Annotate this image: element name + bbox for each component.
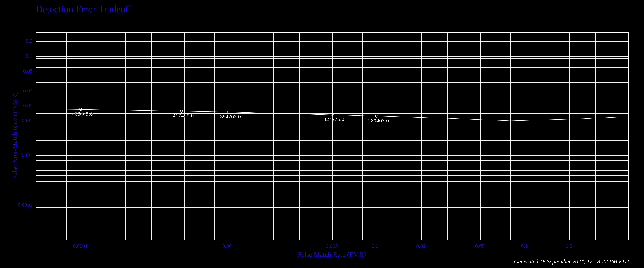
grid-line-horizontal bbox=[36, 190, 628, 191]
grid-line-vertical bbox=[74, 32, 74, 240]
grid-line-horizontal bbox=[36, 160, 628, 161]
grid-line-horizontal bbox=[36, 225, 628, 225]
grid-line-horizontal bbox=[36, 175, 628, 176]
grid-line-vertical bbox=[273, 32, 274, 240]
grid-line-horizontal bbox=[36, 231, 628, 231]
grid-line-horizontal bbox=[36, 126, 628, 126]
data-point-label: 280403.0 bbox=[368, 118, 389, 124]
x-tick-label: 0.2 bbox=[566, 243, 572, 249]
grid-line-horizontal bbox=[36, 216, 628, 216]
grid-line-vertical bbox=[595, 32, 596, 240]
grid-line-vertical bbox=[81, 32, 81, 240]
grid-line-horizontal bbox=[36, 140, 628, 141]
x-tick-label: 0.02 bbox=[416, 243, 426, 249]
y-tick-label: 0.1 bbox=[26, 53, 33, 59]
grid-line-vertical bbox=[66, 32, 67, 240]
x-axis-label: False Match Rate (FMR) bbox=[298, 251, 366, 258]
grid-line-horizontal bbox=[36, 158, 628, 158]
grid-line-vertical bbox=[318, 32, 318, 240]
y-tick-label: 0.001 bbox=[20, 152, 33, 158]
grid-line-vertical bbox=[362, 32, 363, 240]
grid-line-horizontal bbox=[36, 170, 628, 171]
data-point bbox=[79, 108, 82, 111]
data-point bbox=[331, 113, 334, 116]
y-tick-label: 0.02 bbox=[23, 88, 33, 94]
data-point bbox=[375, 115, 378, 118]
y-tick-label: 0.0001 bbox=[18, 202, 33, 208]
x-tick-label: 0.01 bbox=[372, 243, 381, 249]
grid-line-horizontal bbox=[36, 67, 628, 67]
grid-line-vertical bbox=[332, 32, 332, 240]
grid-line-vertical bbox=[214, 32, 215, 240]
grid-line-vertical bbox=[377, 32, 377, 240]
grid-line-horizontal bbox=[36, 205, 628, 206]
grid-line-vertical bbox=[421, 32, 422, 240]
y-tick-label: 0.005 bbox=[20, 117, 33, 123]
grid-line-horizontal bbox=[36, 82, 628, 82]
y-tick-label: 0.05 bbox=[23, 68, 33, 74]
grid-line-horizontal bbox=[36, 210, 628, 210]
chart-title: Detection Error Tradeoff bbox=[36, 3, 132, 15]
grid-line-vertical bbox=[614, 32, 614, 240]
grid-line-horizontal bbox=[36, 163, 628, 164]
grid-line-horizontal bbox=[36, 58, 628, 59]
grid-line-horizontal bbox=[36, 208, 628, 208]
grid-line-vertical bbox=[229, 32, 229, 240]
grid-line-vertical bbox=[151, 32, 152, 240]
grid-line-vertical bbox=[628, 32, 628, 240]
grid-line-horizontal bbox=[36, 56, 628, 57]
x-tick-label: 0.1 bbox=[521, 243, 528, 249]
data-point-label: 417429.0 bbox=[173, 113, 194, 119]
grid-line-horizontal bbox=[36, 240, 628, 240]
grid-line-vertical bbox=[525, 32, 525, 240]
y-tick-label: 0.01 bbox=[23, 102, 33, 108]
grid-line-vertical bbox=[480, 32, 481, 240]
grid-line-horizontal bbox=[36, 213, 628, 213]
data-point-label: 394263.0 bbox=[220, 113, 241, 120]
grid-line-vertical bbox=[502, 32, 502, 240]
grid-line-horizontal bbox=[36, 71, 628, 71]
grid-line-horizontal bbox=[36, 108, 628, 108]
grid-line-vertical bbox=[570, 32, 570, 240]
grid-line-horizontal bbox=[36, 167, 628, 167]
grid-line-horizontal bbox=[36, 64, 628, 64]
data-point bbox=[227, 111, 230, 113]
x-tick-label: 0.005 bbox=[326, 243, 338, 249]
grid-line-vertical bbox=[48, 32, 48, 240]
grid-line-horizontal bbox=[36, 41, 628, 42]
grid-line-vertical bbox=[299, 32, 300, 240]
grid-line-horizontal bbox=[36, 155, 628, 156]
plot-area: 463449.0417429.0394263.0324276.0280403.0 bbox=[36, 32, 628, 240]
grid-line-horizontal bbox=[36, 106, 628, 106]
grid-line-vertical bbox=[222, 32, 222, 240]
grid-line-vertical bbox=[492, 32, 492, 240]
grid-line-horizontal bbox=[36, 76, 628, 76]
grid-line-vertical bbox=[125, 32, 126, 240]
y-tick-label: 0.2 bbox=[26, 38, 33, 44]
grid-line-horizontal bbox=[36, 181, 628, 182]
grid-line-vertical bbox=[448, 32, 448, 240]
grid-line-vertical bbox=[344, 32, 344, 240]
grid-line-vertical bbox=[206, 32, 206, 240]
grid-line-vertical bbox=[170, 32, 170, 240]
data-point bbox=[180, 110, 183, 113]
grid-line-horizontal bbox=[36, 111, 628, 111]
data-point-label: 463449.0 bbox=[72, 111, 93, 117]
grid-line-horizontal bbox=[36, 220, 628, 220]
grid-line-vertical bbox=[354, 32, 354, 240]
x-tick-label: 0.05 bbox=[475, 243, 484, 249]
data-point-label: 324276.0 bbox=[324, 116, 344, 122]
grid-line-horizontal bbox=[36, 132, 628, 132]
x-tick-label: 0.0001 bbox=[73, 243, 88, 249]
grid-line-vertical bbox=[370, 32, 370, 240]
grid-line-vertical bbox=[518, 32, 518, 240]
grid-line-vertical bbox=[466, 32, 466, 240]
grid-line-vertical bbox=[196, 32, 196, 240]
grid-line-vertical bbox=[510, 32, 511, 240]
grid-line-vertical bbox=[36, 32, 36, 240]
y-axis-label: False Non-Match Rate (FNMR) bbox=[11, 92, 18, 179]
grid-line-vertical bbox=[58, 32, 58, 240]
footer-timestamp: Generated 18 September 2024, 12:18:22 PM… bbox=[514, 258, 630, 265]
grid-line-vertical bbox=[184, 32, 184, 240]
grid-line-horizontal bbox=[36, 91, 628, 91]
